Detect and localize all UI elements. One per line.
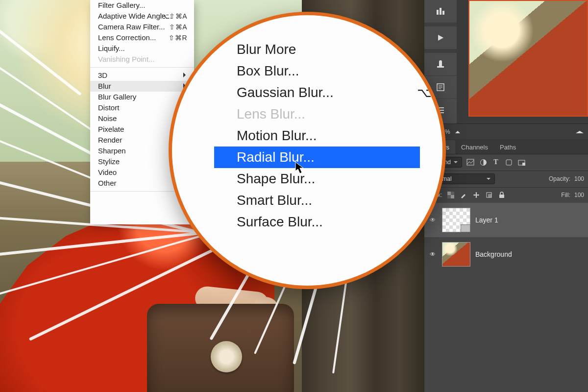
blend-row: Normal Opacity: 100 — [424, 171, 588, 188]
adjust-icon[interactable] — [479, 158, 488, 167]
chevron-down-icon — [454, 161, 458, 165]
layer-name[interactable]: Layer 1 — [475, 216, 498, 224]
lock-paint-icon[interactable] — [459, 191, 468, 199]
zoom-in-icon[interactable] — [576, 128, 584, 133]
svg-rect-24 — [499, 195, 504, 198]
svg-rect-1 — [440, 8, 441, 15]
svg-rect-0 — [437, 10, 439, 15]
zoom-out-icon[interactable] — [455, 128, 460, 133]
smart-object-badge-icon — [461, 224, 470, 232]
visibility-toggle-icon[interactable]: 👁 — [428, 217, 437, 223]
filter-menu-item[interactable]: Filter Gallery... — [90, 0, 194, 11]
svg-rect-16 — [506, 160, 512, 165]
image-type-icon[interactable] — [466, 158, 475, 167]
fill-label: Fill: — [561, 192, 570, 198]
blur-submenu-item[interactable]: Radial Blur... — [214, 147, 420, 168]
layer-name[interactable]: Background — [475, 250, 512, 258]
lock-artboard-icon[interactable] — [485, 191, 493, 199]
filter-menu-item[interactable]: Adaptive Wide Angle...⌥⇧⌘A — [90, 11, 194, 22]
filter-menu-group[interactable]: Blur — [90, 81, 194, 92]
svg-rect-18 — [522, 163, 525, 166]
filter-menu-item[interactable]: Liquify... — [90, 43, 194, 54]
menu-shortcut: ⇧⌘A — [169, 22, 187, 32]
lock-move-icon[interactable] — [472, 191, 481, 199]
text-type-icon[interactable]: T — [491, 158, 500, 167]
chevron-down-icon — [487, 178, 490, 182]
blur-submenu-item: Lens Blur... — [214, 103, 420, 125]
stamp-icon[interactable] — [424, 53, 457, 75]
blur-submenu-item[interactable]: Smart Blur... — [214, 190, 420, 211]
fill-value[interactable]: 100 — [574, 192, 584, 198]
lock-transparency-icon[interactable] — [446, 191, 455, 199]
svg-marker-3 — [438, 35, 443, 41]
layer-thumbnail[interactable] — [442, 242, 470, 267]
blur-submenu-item[interactable]: Motion Blur... — [214, 125, 420, 147]
blur-submenu-item[interactable]: Shape Blur... — [214, 168, 420, 190]
menu-shortcut: ⌥ — [417, 82, 432, 103]
photo-medallion — [211, 341, 242, 372]
menu-shortcut: ⇧⌘R — [169, 33, 187, 43]
blur-submenu: Blur MoreBox Blur...Gaussian Blur...⌥Len… — [214, 39, 420, 233]
panel-tab-paths[interactable]: Paths — [494, 140, 522, 154]
blur-submenu-item[interactable]: Gaussian Blur...⌥ — [214, 82, 420, 103]
layer-list: 👁Layer 1👁Background — [424, 203, 588, 392]
svg-rect-21 — [451, 195, 454, 198]
shape-type-icon[interactable] — [504, 158, 513, 167]
svg-rect-23 — [488, 194, 491, 197]
menu-separator — [90, 67, 194, 68]
blur-submenu-item[interactable]: Surface Blur... — [214, 211, 420, 233]
navigator-zoom-row: 38.24% — [424, 123, 588, 140]
blur-submenu-item[interactable]: Box Blur... — [214, 60, 420, 82]
filter-menu-item[interactable]: Camera Raw Filter...⇧⌘A — [90, 22, 194, 32]
svg-rect-4 — [437, 66, 444, 68]
smart-type-icon[interactable] — [517, 158, 526, 167]
layer-row[interactable]: 👁Background — [424, 237, 588, 271]
opacity-value[interactable]: 100 — [574, 175, 584, 182]
right-panels: 38.24% LayersChannelsPaths ⌕ Kind T Norm… — [424, 0, 588, 392]
filter-menu-item: Vanishing Point... — [90, 54, 194, 65]
layer-filter-row: ⌕ Kind T — [424, 154, 588, 171]
svg-point-6 — [439, 60, 442, 63]
filter-menu-item[interactable]: Lens Correction...⇧⌘R — [90, 32, 194, 43]
menu-shortcut: ⌥⇧⌘A — [161, 11, 187, 21]
blur-submenu-item[interactable]: Blur More — [214, 39, 420, 60]
panel-tab-channels[interactable]: Channels — [455, 140, 494, 154]
filter-menu-group[interactable]: 3D — [90, 70, 194, 81]
navigator-panel[interactable] — [457, 0, 588, 123]
svg-rect-2 — [442, 11, 444, 15]
navigator-thumbnail — [468, 0, 588, 117]
layer-row[interactable]: 👁Layer 1 — [424, 203, 588, 237]
panel-tabs: LayersChannelsPaths — [424, 139, 588, 154]
svg-rect-20 — [447, 192, 451, 195]
svg-rect-14 — [467, 159, 474, 165]
lock-all-icon[interactable] — [497, 191, 506, 199]
visibility-toggle-icon[interactable]: 👁 — [428, 251, 437, 258]
layer-thumbnail[interactable] — [442, 208, 470, 232]
city-icon[interactable] — [424, 0, 457, 23]
tutorial-magnifier: Blur MoreBox Blur...Gaussian Blur...⌥Len… — [169, 12, 446, 289]
play-icon[interactable] — [424, 26, 457, 49]
opacity-label: Opacity: — [549, 175, 570, 182]
lock-row: Lock: Fill: 100 — [424, 187, 588, 203]
